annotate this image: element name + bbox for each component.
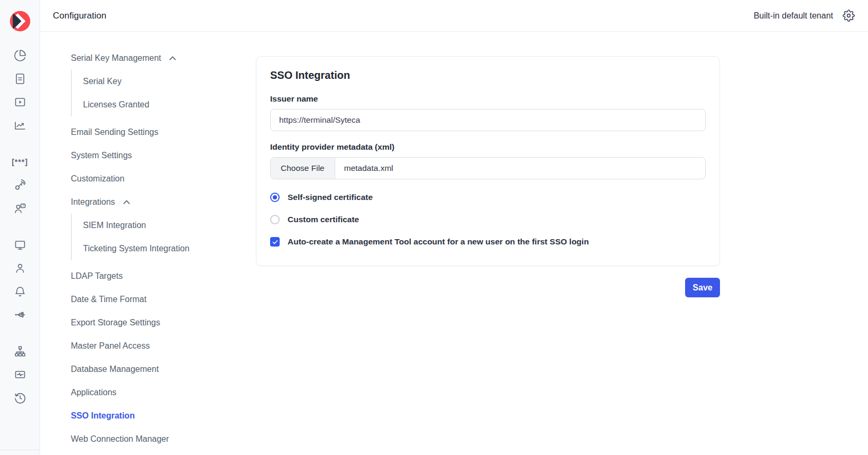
nav-item-web-connection-manager[interactable]: Web Connection Manager: [71, 427, 245, 451]
health-monitor-icon[interactable]: [8, 363, 32, 386]
custom-certificate-label: Custom certificate: [288, 215, 359, 224]
metadata-file-input[interactable]: Choose File metadata.xml: [270, 157, 706, 179]
nav-item-label: Ticketing System Integration: [83, 244, 189, 253]
nav-item-email-sending-settings[interactable]: Email Sending Settings: [71, 121, 245, 144]
save-button[interactable]: Save: [685, 278, 720, 297]
choose-file-button[interactable]: Choose File: [271, 158, 335, 179]
radio-on-icon[interactable]: [270, 193, 280, 202]
nav-item-sso-integration[interactable]: SSO Integration: [71, 404, 245, 427]
issuer-name-label: Issuer name: [270, 94, 706, 104]
monitor-icon[interactable]: [8, 233, 32, 257]
nav-item-integrations[interactable]: Integrations: [71, 190, 245, 214]
nav-item-label: System Settings: [71, 151, 132, 160]
auto-create-account-label: Auto-create a Management Tool account fo…: [288, 237, 589, 247]
nav-item-label: Database Management: [71, 365, 159, 374]
bell-icon[interactable]: [8, 280, 32, 303]
nav-item-database-management[interactable]: Database Management: [71, 358, 245, 381]
nav-item-serial-key-management[interactable]: Serial Key Management: [71, 47, 245, 70]
page-title: Configuration: [53, 11, 106, 21]
nav-item-licenses-granted[interactable]: Licenses Granted: [72, 93, 245, 116]
idp-metadata-label: Identity provider metadata (xml): [270, 142, 706, 152]
nav-item-label: Export Storage Settings: [71, 318, 160, 327]
nav-item-label: Applications: [71, 388, 116, 397]
custom-certificate-radio[interactable]: Custom certificate: [270, 208, 706, 231]
config-nav: Serial Key ManagementSerial KeyLicenses …: [71, 47, 245, 451]
selected-file-name: metadata.xml: [335, 163, 393, 173]
nav-item-label: LDAP Targets: [71, 271, 123, 281]
user-question-icon[interactable]: ?: [8, 197, 32, 220]
nav-item-label: Master Panel Access: [71, 341, 150, 351]
nav-item-applications[interactable]: Applications: [71, 381, 245, 404]
nav-item-master-panel-access[interactable]: Master Panel Access: [71, 334, 245, 358]
nav-item-label: SIEM Integration: [83, 221, 146, 230]
nav-item-label: SSO Integration: [71, 411, 135, 421]
sitemap-icon[interactable]: [8, 340, 32, 363]
nav-item-label: Date & Time Format: [71, 295, 146, 304]
syteca-logo[interactable]: [8, 10, 32, 33]
nav-item-export-storage-settings[interactable]: Export Storage Settings: [71, 311, 245, 334]
nav-item-label: Licenses Granted: [83, 100, 149, 110]
nav-item-date-time-format[interactable]: Date & Time Format: [71, 288, 245, 311]
nav-item-ldap-targets[interactable]: LDAP Targets: [71, 265, 245, 288]
nav-item-customization[interactable]: Customization: [71, 167, 245, 190]
pie-chart-icon[interactable]: [8, 44, 32, 67]
chevron-up-icon: [123, 200, 130, 207]
checkbox-checked-icon[interactable]: [270, 237, 280, 247]
nav-item-label: Email Sending Settings: [71, 128, 158, 137]
history-icon[interactable]: [8, 386, 32, 410]
sso-integration-card: SSO Integration Issuer name Identity pro…: [256, 56, 720, 266]
auto-create-account-checkbox[interactable]: Auto-create a Management Tool account fo…: [270, 231, 706, 253]
nav-item-siem-integration[interactable]: SIEM Integration: [72, 214, 245, 237]
usb-icon[interactable]: [8, 303, 32, 326]
chevron-up-icon: [169, 56, 176, 63]
nav-item-label: Serial Key: [83, 77, 122, 86]
card-title: SSO Integration: [270, 69, 706, 81]
nav-item-label: Serial Key Management: [71, 53, 161, 63]
icon-rail: [***] ?: [0, 0, 40, 455]
issuer-name-input[interactable]: [270, 109, 706, 131]
tenant-selector[interactable]: Built-in default tenant: [754, 11, 833, 21]
settings-gear-icon[interactable]: [836, 4, 861, 28]
nav-item-ticketing-system-integration[interactable]: Ticketing System Integration: [72, 237, 245, 260]
svg-text:?: ?: [22, 204, 24, 207]
nav-item-label: Customization: [71, 174, 124, 184]
user-icon[interactable]: [8, 257, 32, 280]
nav-item-system-settings[interactable]: System Settings: [71, 144, 245, 167]
top-header: Configuration Built-in default tenant: [40, 0, 868, 32]
self-signed-certificate-label: Self-signed certificate: [288, 193, 373, 202]
line-chart-icon[interactable]: [8, 114, 32, 137]
remote-access-key-icon[interactable]: [8, 174, 32, 197]
nav-item-label: Integrations: [71, 197, 115, 207]
report-document-icon[interactable]: [8, 67, 32, 90]
radio-off-icon[interactable]: [270, 215, 280, 224]
nav-item-serial-key[interactable]: Serial Key: [72, 70, 245, 93]
nav-item-label: Web Connection Manager: [71, 434, 169, 444]
secrets-icon[interactable]: [***]: [8, 150, 32, 174]
rail-bottom-divider: [0, 450, 40, 450]
self-signed-certificate-radio[interactable]: Self-signed certificate: [270, 186, 706, 208]
video-records-icon[interactable]: [8, 90, 32, 114]
